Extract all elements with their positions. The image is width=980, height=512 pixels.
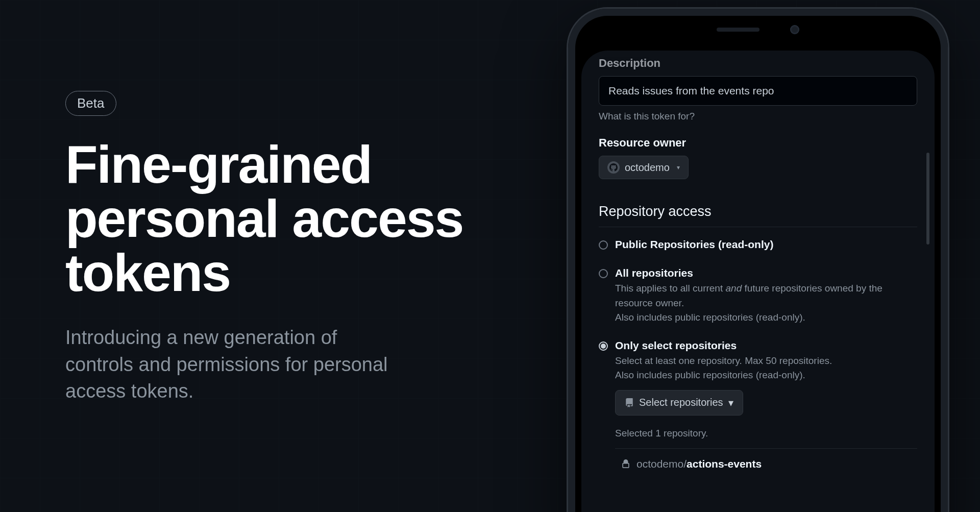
repository-access-heading: Repository access — [599, 204, 917, 227]
lock-icon — [621, 459, 630, 469]
resource-owner-label: Resource owner — [599, 136, 917, 150]
select-repositories-button[interactable]: Select repositories ▾ — [615, 390, 743, 416]
caret-down-icon: ▾ — [728, 397, 733, 409]
radio-indicator — [599, 240, 608, 250]
description-helper: What is this token for? — [599, 111, 917, 122]
repo-icon — [625, 398, 634, 407]
beta-badge: Beta — [65, 91, 116, 116]
radio-label: Only select repositories — [615, 339, 917, 352]
caret-down-icon: ▾ — [677, 164, 680, 171]
radio-all-repos[interactable]: All repositories This applies to all cur… — [599, 267, 917, 325]
radio-public-repos[interactable]: Public Repositories (read-only) — [599, 238, 917, 253]
select-repositories-label: Select repositories — [639, 397, 723, 408]
repo-access-radio-group: Public Repositories (read-only) All repo… — [599, 238, 917, 479]
repo-owner: octodemo/ — [636, 458, 687, 470]
selected-count: Selected 1 repository. — [615, 428, 917, 439]
resource-owner-dropdown[interactable]: octodemo ▾ — [599, 156, 689, 179]
radio-indicator — [599, 342, 608, 351]
github-icon — [607, 161, 620, 174]
resource-owner-value: octodemo — [625, 162, 670, 174]
hero-title: Fine-grained personal access tokens — [65, 137, 484, 300]
phone-mockup: Description What is this token for? Reso… — [567, 7, 949, 512]
radio-indicator — [599, 269, 608, 278]
radio-description: This applies to all current and future r… — [615, 281, 917, 325]
phone-notch — [717, 25, 799, 34]
phone-side-button — [948, 152, 949, 213]
radio-label: All repositories — [615, 267, 917, 279]
description-label: Description — [599, 57, 917, 70]
description-input[interactable] — [599, 76, 917, 106]
phone-camera — [790, 25, 799, 34]
hero-subtitle: Introducing a new generation of controls… — [65, 324, 402, 404]
hero-section: Beta Fine-grained personal access tokens… — [65, 91, 484, 405]
scrollbar[interactable] — [926, 153, 929, 245]
radio-description: Select at least one repository. Max 50 r… — [615, 354, 917, 383]
phone-screen: Description What is this token for? Reso… — [581, 51, 935, 512]
repo-name: actions-events — [687, 458, 762, 470]
radio-select-repos[interactable]: Only select repositories Select at least… — [599, 339, 917, 479]
radio-label: Public Repositories (read-only) — [615, 238, 917, 251]
phone-speaker — [717, 28, 760, 32]
selected-repo-row[interactable]: octodemo/actions-events — [615, 448, 917, 479]
